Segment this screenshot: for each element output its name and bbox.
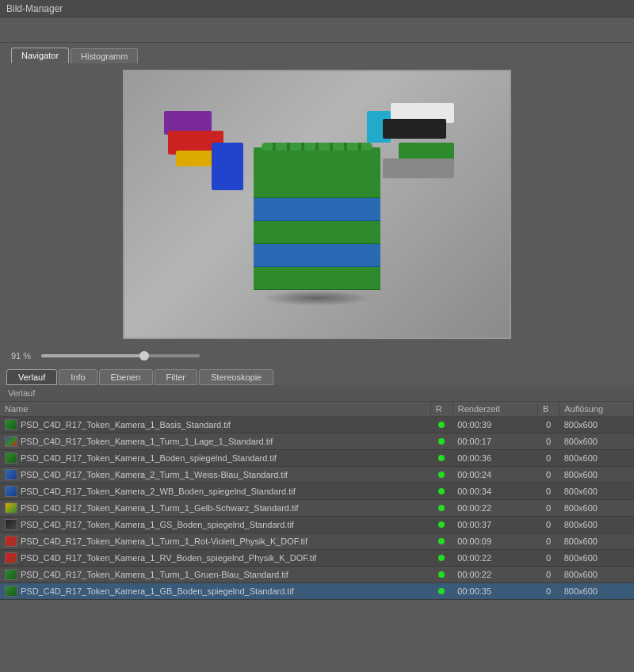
row-renderzeit: 00:00:22	[453, 500, 537, 517]
row-b: 0	[537, 433, 559, 450]
row-name-cell: PSD_C4D_R17_Token_Kamera_1_Boden_spiegel…	[5, 452, 426, 464]
row-b: 0	[537, 450, 559, 467]
status-dot	[438, 571, 445, 578]
row-aufloesung: 800x600	[560, 433, 634, 450]
row-r-dot	[430, 517, 453, 533]
preview-frame	[123, 70, 511, 339]
row-filename: PSD_C4D_R17_Token_Kamera_2_WB_Boden_spie…	[21, 487, 296, 496]
row-r-dot	[430, 483, 453, 500]
table-row[interactable]: PSD_C4D_R17_Token_Kamera_1_Turm_1_Gelb-S…	[0, 500, 634, 517]
row-renderzeit: 00:00:22	[453, 567, 537, 583]
row-b: 0	[537, 467, 559, 483]
zoom-slider-fill	[41, 354, 144, 357]
row-name-cell: PSD_C4D_R17_Token_Kamera_1_Turm_1_Gruen-…	[5, 569, 426, 580]
status-dot	[438, 521, 445, 528]
table-row[interactable]: PSD_C4D_R17_Token_Kamera_2_Turm_1_Weiss-…	[0, 467, 634, 483]
row-thumbnail	[5, 486, 17, 497]
status-dot	[438, 422, 445, 428]
row-renderzeit: 00:00:24	[453, 467, 537, 483]
preview-area	[0, 63, 634, 346]
table-row[interactable]: PSD_C4D_R17_Token_Kamera_1_Turm_1_Gruen-…	[0, 567, 634, 583]
tab-navigator[interactable]: Navigator	[11, 48, 69, 63]
table-row[interactable]: PSD_C4D_R17_Token_Kamera_1_Basis_Standar…	[0, 417, 634, 433]
tab-ebenen[interactable]: Ebenen	[99, 369, 153, 385]
cube-shadow	[262, 290, 372, 306]
row-r-dot	[430, 450, 453, 467]
row-b: 0	[537, 550, 559, 567]
status-dot	[438, 538, 445, 544]
row-renderzeit: 00:00:37	[453, 517, 537, 533]
table-row[interactable]: PSD_C4D_R17_Token_Kamera_1_GS_Boden_spie…	[0, 517, 634, 533]
table-row[interactable]: PSD_C4D_R17_Token_Kamera_1_Turm_1_Rot-Vi…	[0, 533, 634, 550]
table-row[interactable]: PSD_C4D_R17_Token_Kamera_1_RV_Boden_spie…	[0, 550, 634, 567]
stripe-blue-2	[254, 244, 380, 267]
brick-blue-left	[212, 143, 243, 190]
table-row[interactable]: PSD_C4D_R17_Token_Kamera_1_GB_Boden_spie…	[0, 583, 634, 600]
row-name-cell: PSD_C4D_R17_Token_Kamera_2_WB_Boden_spie…	[5, 486, 426, 497]
row-b: 0	[537, 500, 559, 517]
col-header-renderzeit: Renderzeit	[453, 402, 537, 417]
tab-stereoskopie[interactable]: Stereoskopie	[199, 369, 273, 385]
row-thumbnail	[5, 552, 17, 563]
brick-gray-right	[383, 158, 454, 178]
row-filename: PSD_C4D_R17_Token_Kamera_1_GB_Boden_spie…	[21, 586, 294, 596]
stripe-green-3	[254, 267, 380, 290]
verlauf-section-header: Verlauf	[0, 385, 634, 402]
row-name-cell: PSD_C4D_R17_Token_Kamera_1_GS_Boden_spie…	[5, 519, 426, 530]
row-aufloesung: 800x600	[560, 533, 634, 550]
bottom-tab-bar: Verlauf Info Ebenen Filter Stereoskopie	[0, 366, 634, 385]
row-thumbnail	[5, 586, 17, 597]
row-name-cell: PSD_C4D_R17_Token_Kamera_2_Turm_1_Weiss-…	[5, 469, 426, 480]
row-name-cell: PSD_C4D_R17_Token_Kamera_1_Turm_1_Gelb-S…	[5, 502, 426, 514]
row-aufloesung: 800x600	[560, 467, 634, 483]
row-b: 0	[537, 533, 559, 550]
tab-verlauf[interactable]: Verlauf	[6, 369, 57, 385]
lego-left-group	[164, 111, 259, 206]
row-r-dot	[430, 467, 453, 483]
row-thumbnail	[5, 519, 17, 530]
status-dot	[438, 488, 445, 494]
row-thumbnail	[5, 436, 17, 447]
row-name-cell: PSD_C4D_R17_Token_Kamera_1_Turm_1_Rot-Vi…	[5, 536, 426, 547]
zoom-slider[interactable]	[41, 354, 200, 357]
stripe-green-2	[254, 221, 380, 244]
status-dot	[438, 455, 445, 461]
col-header-aufloesung: Auflösung	[560, 402, 634, 417]
table-row[interactable]: PSD_C4D_R17_Token_Kamera_2_WB_Boden_spie…	[0, 483, 634, 500]
row-r-dot	[430, 550, 453, 567]
row-thumbnail	[5, 469, 17, 480]
row-r-dot	[430, 500, 453, 517]
row-name-cell: PSD_C4D_R17_Token_Kamera_1_GB_Boden_spie…	[5, 586, 426, 597]
row-r-dot	[430, 583, 453, 600]
tab-filter[interactable]: Filter	[155, 369, 197, 385]
status-dot	[438, 438, 445, 445]
row-aufloesung: 800x600	[560, 517, 634, 533]
row-r-dot	[430, 533, 453, 550]
table-row[interactable]: PSD_C4D_R17_Token_Kamera_1_Turm_1_Lage_1…	[0, 433, 634, 450]
zoom-slider-thumb[interactable]	[139, 351, 149, 361]
col-header-b: B	[537, 402, 559, 417]
row-aufloesung: 800x600	[560, 567, 634, 583]
brick-yellow	[176, 151, 216, 166]
row-r-dot	[430, 567, 453, 583]
row-aufloesung: 800x600	[560, 417, 634, 433]
row-thumbnail	[5, 452, 17, 464]
lego-scene	[124, 71, 510, 338]
table-row[interactable]: PSD_C4D_R17_Token_Kamera_1_Boden_spiegel…	[0, 450, 634, 467]
tab-info[interactable]: Info	[59, 369, 97, 385]
renders-table: Name R Renderzeit B Auflösung PSD_C4D_R1…	[0, 402, 634, 600]
lego-right-group	[367, 103, 470, 198]
tab-histogramm[interactable]: Histogramm	[71, 48, 138, 63]
row-renderzeit: 00:00:35	[453, 583, 537, 600]
renders-tbody: PSD_C4D_R17_Token_Kamera_1_Basis_Standar…	[0, 417, 634, 600]
status-dot	[438, 588, 445, 594]
row-name-cell: PSD_C4D_R17_Token_Kamera_1_Basis_Standar…	[5, 419, 426, 430]
row-renderzeit: 00:00:09	[453, 533, 537, 550]
status-dot	[438, 505, 445, 511]
row-filename: PSD_C4D_R17_Token_Kamera_1_RV_Boden_spie…	[21, 553, 316, 563]
brick-black	[383, 119, 446, 139]
row-name-cell: PSD_C4D_R17_Token_Kamera_1_RV_Boden_spie…	[5, 552, 426, 563]
title-bar: Bild-Manager	[0, 0, 634, 17]
row-renderzeit: 00:00:36	[453, 450, 537, 467]
row-thumbnail	[5, 419, 17, 430]
